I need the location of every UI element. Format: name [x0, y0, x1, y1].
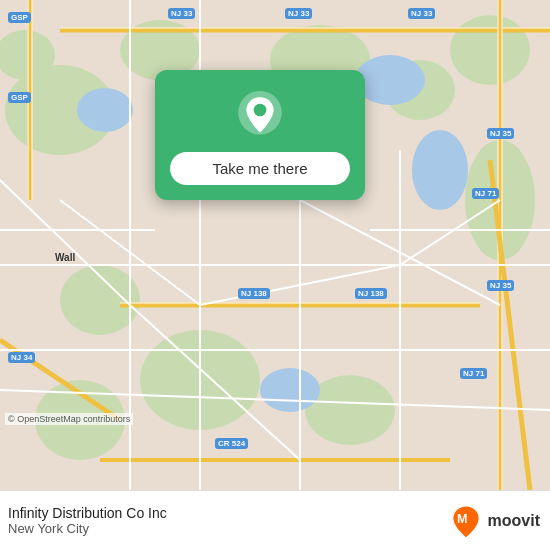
nj71-label-1: NJ 71	[472, 188, 499, 199]
gsp-label-1: GSP	[8, 12, 31, 23]
bottom-bar: Infinity Distribution Co Inc New York Ci…	[0, 490, 550, 550]
svg-point-12	[77, 88, 133, 132]
wall-label: Wall	[55, 252, 75, 263]
nj33-label-1: NJ 33	[168, 8, 195, 19]
map-attribution: © OpenStreetMap contributors	[5, 413, 133, 425]
nj34-label: NJ 34	[8, 352, 35, 363]
svg-point-13	[355, 55, 425, 105]
svg-point-14	[412, 130, 468, 210]
cr524-label: CR 524	[215, 438, 248, 449]
location-pin-icon	[235, 90, 285, 140]
svg-point-45	[254, 104, 267, 117]
nj35-label-2: NJ 35	[487, 280, 514, 291]
map-container: GSP GSP NJ 33 NJ 33 NJ 33 NJ 35 NJ 35 NJ…	[0, 0, 550, 490]
moovit-icon: M	[448, 503, 484, 539]
take-me-there-button[interactable]: Take me there	[170, 152, 350, 185]
nj138-label-2: NJ 138	[355, 288, 387, 299]
svg-text:M: M	[457, 511, 468, 525]
nj138-label-1: NJ 138	[238, 288, 270, 299]
location-info: Infinity Distribution Co Inc New York Ci…	[8, 505, 167, 536]
nj33-label-2: NJ 33	[285, 8, 312, 19]
gsp-label-2: GSP	[8, 92, 31, 103]
nj35-label-1: NJ 35	[487, 128, 514, 139]
location-name: Infinity Distribution Co Inc	[8, 505, 167, 521]
moovit-logo: M moovit	[448, 503, 540, 539]
nj71-label-2: NJ 71	[460, 368, 487, 379]
svg-point-15	[260, 368, 320, 412]
nj33-label-3: NJ 33	[408, 8, 435, 19]
moovit-logo-text: moovit	[488, 512, 540, 530]
location-city: New York City	[8, 521, 167, 536]
action-card: Take me there	[155, 70, 365, 200]
svg-point-6	[450, 15, 530, 85]
